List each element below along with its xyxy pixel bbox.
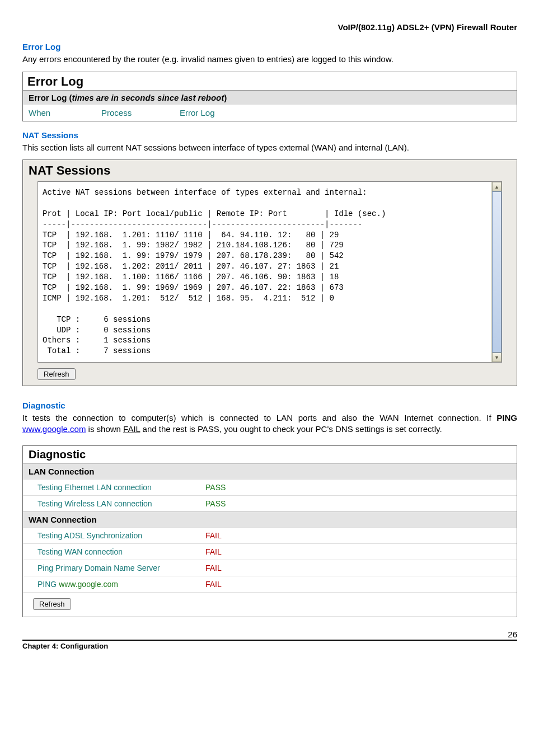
footer-page-number: 26 <box>508 630 517 639</box>
diag-intro-2: is shown <box>86 424 123 434</box>
diag-value: FAIL <box>205 531 222 540</box>
diag-intro-bold: PING <box>496 413 517 422</box>
diag-value: FAIL <box>205 580 222 589</box>
diag-refresh-button[interactable]: Refresh <box>33 598 71 610</box>
diag-refresh-row: Refresh <box>23 592 517 617</box>
errorlog-sub-prefix: Error Log ( <box>29 93 72 102</box>
diag-intro-fail: FAIL <box>123 424 140 434</box>
diag-label: Testing WAN connection <box>38 547 205 556</box>
diag-row-ping-dns: Ping Primary Domain Name Server FAIL <box>23 560 517 576</box>
diag-intro: It tests the connection to computer(s) w… <box>22 412 517 434</box>
scroll-up-icon[interactable]: ▲ <box>492 182 502 191</box>
diag-intro-link[interactable]: www.google.com <box>22 424 86 434</box>
nat-refresh-button[interactable]: Refresh <box>38 368 76 380</box>
diag-panel: Diagnostic LAN Connection Testing Ethern… <box>22 445 517 617</box>
diag-ping-link[interactable]: www.google.com <box>59 580 118 589</box>
diag-label: Testing ADSL Synchronization <box>38 531 205 540</box>
diag-label: Testing Ethernet LAN connection <box>38 483 205 492</box>
diag-value: PASS <box>205 499 226 508</box>
diag-ping-prefix: PING <box>38 580 59 589</box>
diag-label: PING www.google.com <box>38 580 205 589</box>
diag-label: Ping Primary Domain Name Server <box>38 564 205 572</box>
doc-header-title: VoIP/(802.11g) ADSL2+ (VPN) Firewall Rou… <box>22 22 517 32</box>
diag-row-ping-google: PING www.google.com FAIL <box>23 576 517 592</box>
diag-row-wan-conn: Testing WAN connection FAIL <box>23 543 517 560</box>
diag-value: FAIL <box>205 564 222 572</box>
scrollbar-track[interactable]: ▲ ▼ <box>491 182 502 362</box>
errorlog-col-when: When <box>29 108 101 118</box>
page-footer: Chapter 4: Configuration 26 <box>22 640 517 651</box>
diag-label: Testing Wireless LAN connection <box>38 499 205 508</box>
footer-chapter: Chapter 4: Configuration <box>22 642 108 650</box>
scroll-down-icon[interactable]: ▼ <box>492 353 502 362</box>
diag-lan-header: LAN Connection <box>23 463 517 479</box>
nat-panel-title: NAT Sessions <box>27 162 512 181</box>
errorlog-col-process: Process <box>101 108 180 118</box>
diag-panel-title: Diagnostic <box>23 446 517 463</box>
nat-heading: NAT Sessions <box>22 130 517 140</box>
diag-row-adsl-sync: Testing ADSL Synchronization FAIL <box>23 527 517 543</box>
diag-intro-1: It tests the connection to computer(s) w… <box>22 413 496 422</box>
nat-textarea-wrap: Active NAT sessions between interface of… <box>38 181 502 363</box>
errorlog-sub-italic: times are in seconds since last reboot <box>72 93 224 102</box>
nat-panel: NAT Sessions Active NAT sessions between… <box>22 159 517 386</box>
diag-value: FAIL <box>205 547 222 556</box>
diag-row-lan-wireless: Testing Wireless LAN connection PASS <box>23 495 517 511</box>
errorlog-col-log: Error Log <box>180 108 215 118</box>
errorlog-column-headers: When Process Error Log <box>23 105 517 121</box>
errorlog-intro: Any errors encountered by the router (e.… <box>22 54 517 65</box>
errorlog-panel: Error Log Error Log (times are in second… <box>22 72 517 121</box>
errorlog-sub-suffix: ) <box>224 93 227 102</box>
errorlog-panel-title: Error Log <box>23 72 517 90</box>
errorlog-panel-subtitle: Error Log (times are in seconds since la… <box>23 90 517 105</box>
nat-intro: This section lists all current NAT sessi… <box>22 142 517 153</box>
diag-wan-header: WAN Connection <box>23 511 517 527</box>
nat-sessions-text: Active NAT sessions between interface of… <box>38 182 502 362</box>
errorlog-heading: Error Log <box>22 42 517 51</box>
diag-heading: Diagnostic <box>22 401 517 410</box>
diag-value: PASS <box>205 483 226 492</box>
diag-row-lan-ethernet: Testing Ethernet LAN connection PASS <box>23 479 517 495</box>
diag-intro-3: and the rest is PASS, you ought to check… <box>140 424 442 434</box>
scrollbar-thumb[interactable] <box>492 191 502 353</box>
